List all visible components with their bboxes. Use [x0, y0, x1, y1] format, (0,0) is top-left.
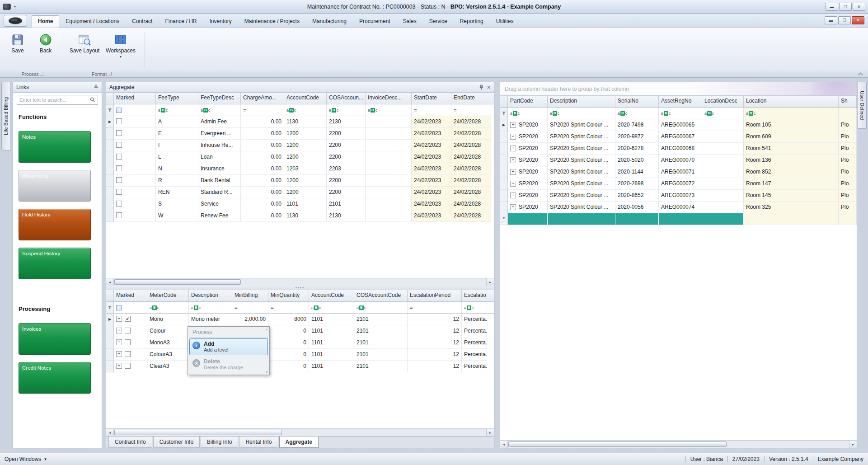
tab-life-based-billing[interactable]: Life Based Billing [1, 82, 10, 150]
aggregate-horizontal-scrollbar[interactable]: ◄ ► [106, 428, 494, 436]
cell-marked[interactable] [114, 116, 156, 128]
cell-feetype[interactable]: REN [156, 187, 198, 198]
filter-cell[interactable]: aBc [354, 302, 408, 313]
scrollbar-thumb[interactable] [114, 279, 241, 285]
cell-feetypedesc[interactable]: Bank Rental [198, 175, 241, 187]
cell-startdate[interactable]: 24/02/2023 [412, 210, 451, 222]
row-selector[interactable] [106, 361, 114, 372]
cell-serialno[interactable]: 2020-1144 [615, 166, 659, 178]
cell-partcode[interactable]: +SP2020 [508, 131, 548, 143]
cell-marked[interactable]: + [114, 325, 147, 337]
cell-escalation[interactable]: Percenta... [462, 349, 487, 361]
cell-location[interactable]: Room 325 [744, 202, 839, 213]
link-button[interactable]: Credit Notes [19, 362, 91, 394]
new-cell[interactable] [839, 213, 857, 225]
cell-assetregno[interactable]: AREG000072 [659, 178, 702, 190]
cell-escalationperiod[interactable]: 12 [408, 337, 462, 349]
link-button[interactable]: Notes [19, 131, 91, 163]
marked-checkbox[interactable] [116, 142, 122, 148]
cell-assetregno[interactable]: AREG000070 [659, 155, 702, 166]
cell-feetype[interactable]: R [156, 175, 198, 187]
cell-feetypedesc[interactable]: Renew Fee [198, 210, 241, 222]
cell-startdate[interactable]: 24/02/2023 [412, 175, 451, 187]
filter-cell[interactable]: aBc [659, 108, 702, 119]
cell-invoicedesc[interactable] [366, 128, 412, 140]
cell-assetregno[interactable]: AREG000074 [659, 202, 702, 213]
menu-item-add[interactable]: + Add Add a level [189, 338, 268, 355]
cell-sh[interactable]: Plo [839, 166, 857, 178]
new-cell[interactable] [659, 213, 702, 225]
new-cell[interactable] [744, 213, 839, 225]
cell-locationdesc[interactable] [702, 202, 744, 213]
cell-escalation[interactable]: Percenta... [462, 314, 487, 325]
cell-chargeamount[interactable]: 0.00 [241, 198, 284, 210]
filter-cell[interactable]: aBc [189, 302, 232, 313]
row-selector[interactable] [106, 210, 114, 222]
cell-description[interactable]: SP2020 Sprint Colour ... [548, 166, 615, 178]
cell-escalation[interactable]: Percenta... [462, 325, 487, 337]
cell-location[interactable]: Room 136 [744, 155, 839, 166]
cell-chargeamount[interactable]: 0.00 [241, 128, 284, 140]
cell-locationdesc[interactable] [702, 131, 744, 143]
cell-marked[interactable] [114, 151, 156, 163]
meter-row[interactable]: + ClearA3 0 1101 2101 12 Percenta... [106, 361, 494, 372]
equipment-row[interactable]: +SP2020 SP2020 Sprint Colour ... 2020-50… [500, 155, 857, 166]
cell-feetypedesc[interactable]: Evergreen ... [198, 128, 241, 140]
cell-startdate[interactable]: 24/02/2023 [412, 187, 451, 198]
column-header[interactable]: MinQuantity [268, 290, 309, 301]
cell-assetregno[interactable]: AREG000067 [659, 131, 702, 143]
cell-feetype[interactable]: E [156, 128, 198, 140]
marked-checkbox[interactable] [116, 189, 122, 195]
filter-edit-icon[interactable] [106, 302, 114, 313]
cell-sh[interactable]: Plo [839, 131, 857, 143]
filter-cell[interactable]: aBc [702, 108, 744, 119]
column-header[interactable]: PartCode [508, 96, 548, 107]
ribbon-tab[interactable]: Reporting [454, 15, 490, 28]
cell-cosaccount[interactable]: 2200 [327, 175, 366, 187]
cell-accountcode[interactable]: 1200 [284, 151, 327, 163]
column-header[interactable]: AccountCode [284, 93, 327, 104]
cell-escalationperiod[interactable]: 12 [408, 314, 462, 325]
fee-row[interactable]: E Evergreen ... 0.00 1200 2200 24/02/202… [106, 128, 494, 140]
cell-sh[interactable]: Plo [839, 155, 857, 166]
mdi-restore-button[interactable]: ❐ [838, 16, 851, 24]
cell-marked[interactable] [114, 140, 156, 151]
cell-metercode[interactable]: Colour [147, 325, 189, 337]
column-header[interactable]: Escalatio [462, 290, 487, 301]
cell-marked[interactable] [114, 187, 156, 198]
cell-chargeamount[interactable]: 0.00 [241, 175, 284, 187]
cell-cosaccountcode[interactable]: 2101 [354, 349, 408, 361]
equipment-row[interactable]: +SP2020 SP2020 Sprint Colour ... 2020-86… [500, 190, 857, 202]
cell-startdate[interactable]: 24/02/2023 [412, 128, 451, 140]
close-button[interactable]: ✕ [853, 3, 865, 11]
fee-row[interactable]: L Loan 0.00 1200 2200 24/02/2023 24/02/2… [106, 151, 494, 163]
cell-sh[interactable]: Plo [839, 119, 857, 131]
column-header[interactable]: Description [189, 290, 232, 301]
cell-cosaccountcode[interactable]: 2101 [354, 361, 408, 372]
marked-checkbox[interactable] [116, 201, 122, 207]
fee-horizontal-scrollbar[interactable]: ◄ ► [106, 278, 494, 286]
cell-sh[interactable]: Plo [839, 190, 857, 202]
cell-chargeamount[interactable]: 0.00 [241, 116, 284, 128]
cell-sh[interactable]: Plo [839, 143, 857, 155]
filter-cell[interactable]: aBc [198, 104, 241, 116]
cell-locationdesc[interactable] [702, 119, 744, 131]
fee-row[interactable]: ▶ A Admin Fee 0.00 1130 2130 24/02/2023 … [106, 116, 494, 128]
cell-startdate[interactable]: 24/02/2023 [412, 163, 451, 175]
equipment-row[interactable]: +SP2020 SP2020 Sprint Colour ... 2020-98… [500, 131, 857, 143]
cell-minbilling[interactable]: 2,000.00 [232, 314, 268, 325]
column-header[interactable]: FeeTypeDesc [198, 93, 241, 104]
column-header[interactable]: LocationDesc [702, 96, 744, 107]
workspaces-button[interactable]: Workspaces ▼ [103, 30, 139, 70]
cell-metercode[interactable]: ClearA3 [147, 361, 189, 372]
column-header[interactable]: FeeType [156, 93, 198, 104]
row-selector[interactable] [500, 131, 508, 143]
tab-user-defined[interactable]: User Defined [858, 82, 867, 129]
cell-description[interactable]: Mono meter [189, 314, 232, 325]
cell-locationdesc[interactable] [702, 190, 744, 202]
row-selector[interactable] [500, 166, 508, 178]
cell-enddate[interactable]: 24/02/2028 [451, 128, 491, 140]
ribbon-tab[interactable]: Equipment / Locations [59, 15, 126, 28]
row-selector[interactable]: ▶ [106, 116, 114, 128]
cell-enddate[interactable]: 24/02/2028 [451, 140, 491, 151]
